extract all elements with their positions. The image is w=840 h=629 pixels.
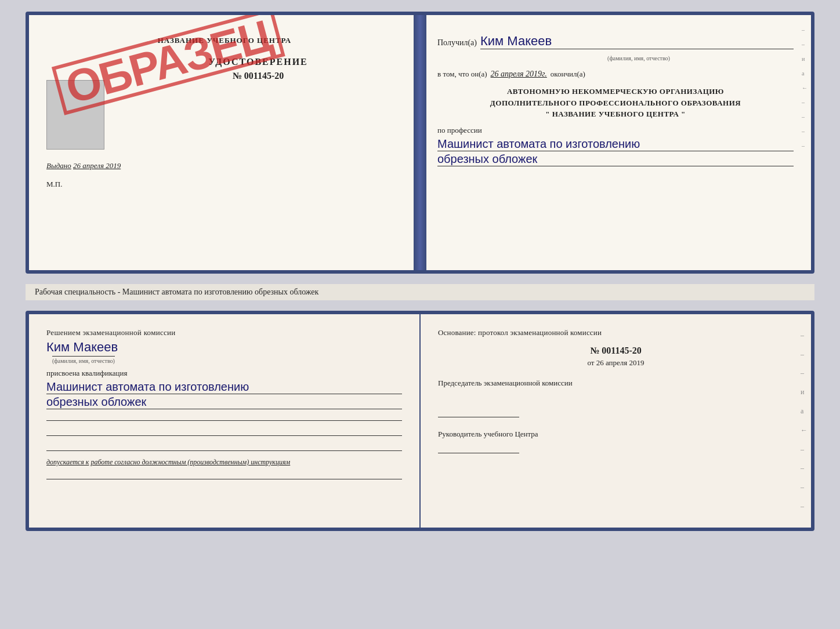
org-line2: ДОПОЛНИТЕЛЬНОГО ПРОФЕССИОНАЛЬНОГО ОБРАЗО… (437, 97, 794, 109)
side-dash-5: – (802, 128, 808, 134)
photo-placeholder (46, 80, 104, 150)
blank-line-4 (46, 469, 402, 479)
profession-line2: обрезных обложек (437, 152, 794, 166)
spine (414, 15, 426, 270)
side-dash-2: – (802, 41, 808, 48)
fio-sub-top: (фамилия, имя, отчество) (484, 55, 794, 61)
cert-text-block: УДОСТОВЕРЕНИЕ № 001145-20 (114, 57, 403, 99)
dash-4: – (801, 445, 808, 454)
side-dash-6: – (802, 143, 808, 149)
допускается-text: допускается к работе согласно должностны… (46, 458, 402, 467)
dash-6: – (801, 483, 808, 492)
received-line: Получил(а) Ким Макеев (437, 34, 794, 49)
protocol-date-value: 26 апреля 2019 (596, 358, 645, 367)
top-document: НАЗВАНИЕ УЧЕБНОГО ЦЕНТРА УДОСТОВЕРЕНИЕ №… (26, 12, 814, 274)
commission-person-name: Ким Макеев (46, 340, 402, 355)
cert-box: УДОСТОВЕРЕНИЕ № 001145-20 (46, 57, 403, 150)
bottom-doc-left-page: Решением экзаменационной комиссии Ким Ма… (29, 314, 421, 528)
profession-line1: Машинист автомата по изготовлению (437, 137, 794, 151)
top-doc-left-page: НАЗВАНИЕ УЧЕБНОГО ЦЕНТРА УДОСТОВЕРЕНИЕ №… (29, 15, 420, 270)
side-dash-4: – (802, 114, 808, 120)
protocol-date: от 26 апреля 2019 (438, 358, 794, 368)
protocol-date-prefix: от (587, 358, 594, 367)
blank-line-3 (46, 441, 402, 451)
profession-label: по профессии (437, 126, 794, 135)
dash-7: – (801, 502, 808, 511)
chairman-label: Председатель экзаменационной комиссии (438, 378, 794, 388)
dash-arrow: ← (801, 426, 808, 435)
dash-2: – (801, 350, 808, 359)
in-that-label: в том, что он(а) (437, 70, 487, 79)
recipient-name: Ким Макеев (480, 34, 794, 49)
protocol-number: № 001145-20 (438, 346, 794, 356)
side-dash-1: – (802, 27, 808, 33)
blank-line-1 (46, 410, 402, 421)
right-side-dashes: – – – и а ← – – – – (801, 314, 808, 528)
qualification-label: присвоена квалификация (46, 369, 402, 378)
bottom-document: Решением экзаменационной комиссии Ким Ма… (26, 311, 814, 531)
decision-label: Решением экзаменационной комиссии (46, 328, 402, 337)
blank-line-2 (46, 426, 402, 436)
org-line3: " НАЗВАНИЕ УЧЕБНОГО ЦЕНТРА " (437, 108, 794, 120)
basis-label: Основание: протокол экзаменационной коми… (438, 328, 794, 337)
received-label: Получил(а) (437, 38, 477, 48)
допускается-prefix: допускается к (46, 458, 89, 466)
bottom-doc-right-page: Основание: протокол экзаменационной коми… (421, 314, 811, 528)
side-letter-i: и (802, 56, 808, 62)
qualification-line2: обрезных обложек (46, 395, 402, 409)
issued-label: Выдано (46, 161, 71, 170)
dash-1: – (801, 331, 808, 340)
qualification-line1: Машинист автомата по изготовлению (46, 380, 402, 394)
dash-letter-a: а (801, 407, 808, 416)
top-left-header: НАЗВАНИЕ УЧЕБНОГО ЦЕНТРА (46, 36, 403, 45)
issued-date: 26 апреля 2019 (73, 161, 121, 170)
top-doc-right-page: Получил(а) Ким Макеев (фамилия, имя, отч… (420, 15, 811, 270)
subtitle-bar: Рабочая специальность - Машинист автомат… (26, 284, 814, 300)
chairman-signature-line (438, 406, 519, 417)
org-line1: АВТОНОМНУЮ НЕКОММЕРЧЕСКУЮ ОРГАНИЗАЦИЮ (437, 86, 794, 97)
director-signature-line (438, 442, 519, 453)
subtitle-text: Рабочая специальность - Машинист автомат… (35, 288, 318, 296)
in-that-line: в том, что он(а) 26 апреля 2019г. окончи… (437, 70, 794, 79)
mp-label: М.П. (46, 180, 403, 189)
cert-title: УДОСТОВЕРЕНИЕ (114, 57, 403, 67)
director-label: Руководитель учебного Центра (438, 429, 794, 439)
side-arrow: ← (802, 85, 808, 91)
dash-letter-i: и (801, 388, 808, 397)
org-block: АВТОНОМНУЮ НЕКОММЕРЧЕСКУЮ ОРГАНИЗАЦИЮ ДО… (437, 86, 794, 120)
side-decorations: – – и а ← – – – – (802, 27, 808, 149)
dash-3: – (801, 369, 808, 377)
finished-label: окончил(а) (551, 70, 585, 79)
side-dash-3: – (802, 99, 808, 106)
cert-issued: Выдано 26 апреля 2019 (46, 161, 403, 170)
side-letter-a: а (802, 70, 808, 77)
completion-date: 26 апреля 2019г. (491, 70, 547, 79)
dash-5: – (801, 464, 808, 472)
cert-number: № 001145-20 (114, 71, 403, 81)
fio-sub-bottom: (фамилия, имя, отчество) (52, 356, 115, 364)
допускается-content: работе согласно должностным (производств… (90, 458, 290, 466)
